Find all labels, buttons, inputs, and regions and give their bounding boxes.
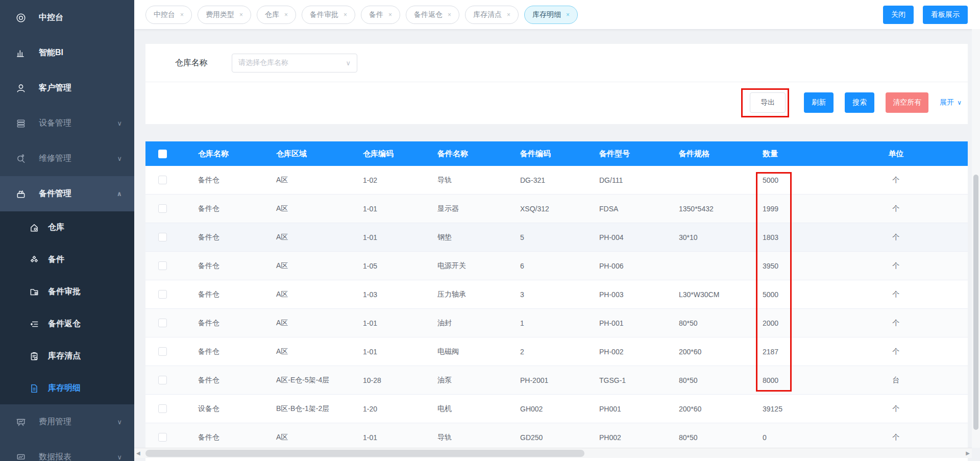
row-checkbox[interactable] (158, 261, 167, 270)
cell-part-name: 电源开关 (419, 261, 501, 271)
horizontal-scrollbar[interactable]: ◀ ▶ (134, 448, 972, 458)
tab-chip[interactable]: 备件× (361, 6, 400, 24)
refresh-button[interactable]: 刷新 (804, 92, 834, 113)
cell-part-code: DG-321 (501, 176, 580, 184)
row-checkbox[interactable] (158, 404, 167, 413)
sidebar-item-device-mgmt[interactable]: 设备管理∨ (0, 106, 134, 141)
row-checkbox[interactable] (158, 233, 167, 241)
sidebar-item-label: 备件返仓 (48, 319, 81, 329)
sidebar-item-parts-approval[interactable]: 备件审批 (0, 276, 134, 308)
cell-part-code: 3 (501, 290, 580, 299)
sidebar-item-fee-mgmt[interactable]: 费用管理∨ (0, 404, 134, 440)
cell-unit: 个 (824, 261, 968, 271)
vertical-scrollbar[interactable] (972, 29, 980, 448)
table-row[interactable]: 备件仓A区1-01电磁阀2PH-002200*602187个 (145, 337, 968, 366)
sidebar-item-warehouse[interactable]: 仓库 (0, 211, 134, 244)
cell-warehouse-name: 备件仓 (179, 347, 257, 356)
cell-unit: 个 (824, 204, 968, 213)
select-all-checkbox[interactable] (158, 150, 167, 158)
sidebar-item-spare-parts[interactable]: 备件 (0, 244, 134, 276)
table-header-row: 仓库名称 仓库区域 仓库编码 备件名称 备件编码 备件型号 备件规格 数量 单位 (145, 141, 968, 166)
col-part-code: 备件编码 (501, 149, 580, 159)
clipboard-check-icon (29, 351, 39, 361)
row-checkbox[interactable] (158, 290, 167, 299)
table-row[interactable]: 备件仓A区-E仓-5架-4层10-28油泵PH-2001TGSG-180*508… (145, 366, 968, 395)
sidebar-item-inventory-count[interactable]: 库存清点 (0, 340, 134, 372)
folder-icon (29, 287, 39, 297)
tab-label: 备件 (369, 10, 383, 19)
sidebar-item-spare-parts-mgmt[interactable]: 备件管理∧ (0, 176, 134, 211)
chevron-down-icon: ∨ (957, 99, 962, 106)
table-row[interactable]: 备件仓A区1-03压力轴承3PH-003L30*W30CM5000个 (145, 280, 968, 309)
scroll-right-arrow-icon[interactable]: ▶ (966, 451, 970, 456)
chevron-down-icon: ∨ (117, 418, 122, 426)
chevron-down-icon: ∨ (346, 59, 351, 67)
close-tab-icon[interactable]: × (344, 11, 347, 18)
table-row[interactable]: 备件仓A区1-02导轨DG-321DG/1115000个 (145, 166, 968, 195)
board-display-button[interactable]: 看板展示 (923, 6, 968, 24)
clear-all-button[interactable]: 清空所有 (886, 92, 928, 113)
sidebar-item-label: 智能BI (39, 47, 63, 58)
table-row[interactable]: 备件仓A区1-01显示器XSQ/312FDSA1350*54321999个 (145, 195, 968, 223)
close-tab-icon[interactable]: × (284, 11, 288, 18)
table-row[interactable]: 备件仓A区1-01钢垫5PH-00430*101803个 (145, 223, 968, 252)
sidebar-item-console[interactable]: 中控台 (0, 0, 134, 35)
cell-unit: 个 (824, 290, 968, 299)
row-checkbox[interactable] (158, 176, 167, 184)
cell-part-model: PH-004 (580, 233, 660, 241)
scroll-left-arrow-icon[interactable]: ◀ (136, 451, 140, 456)
tab-chip[interactable]: 备件返仓× (406, 6, 459, 24)
close-tab-icon[interactable]: × (180, 11, 184, 18)
tab-chip[interactable]: 仓库× (257, 6, 296, 24)
cell-part-code: XSQ/312 (501, 205, 580, 213)
close-tab-icon[interactable]: × (448, 11, 451, 18)
row-checkbox[interactable] (158, 433, 167, 442)
sidebar-item-customer-mgmt[interactable]: 客户管理 (0, 70, 134, 106)
row-checkbox[interactable] (158, 347, 167, 356)
cell-part-spec: 80*50 (660, 319, 744, 327)
search-button[interactable]: 搜索 (845, 92, 874, 113)
sidebar-item-parts-return[interactable]: 备件返仓 (0, 308, 134, 340)
sidebar-item-smart-bi[interactable]: 智能BI (0, 35, 134, 70)
sidebar-item-maintenance-mgmt[interactable]: 维修管理∨ (0, 141, 134, 176)
sidebar-item-label: 费用管理 (39, 417, 71, 427)
cell-part-code: GH002 (501, 405, 580, 413)
vertical-scrollbar-thumb[interactable] (973, 175, 978, 430)
cell-part-spec: L30*W30CM (660, 290, 744, 299)
sidebar-item-label: 备件审批 (48, 286, 81, 297)
cell-part-code: 5 (501, 233, 580, 241)
fee-board-icon (16, 417, 26, 427)
filter-row: 仓库名称 请选择仓库名称 ∨ (145, 44, 968, 82)
sidebar-item-inventory-detail[interactable]: 库存明细 (0, 372, 134, 404)
close-tab-icon[interactable]: × (507, 11, 510, 18)
close-tab-icon[interactable]: × (239, 11, 243, 18)
close-button[interactable]: 关闭 (883, 6, 914, 24)
cell-part-name: 钢垫 (419, 233, 501, 242)
close-tab-icon[interactable]: × (388, 11, 392, 18)
sidebar-item-data-report[interactable]: 数据报表∨ (0, 440, 134, 461)
cell-part-spec: 200*60 (660, 405, 744, 413)
row-checkbox[interactable] (158, 376, 167, 384)
horizontal-scrollbar-thumb[interactable] (145, 450, 584, 457)
cell-quantity: 0 (744, 433, 824, 442)
export-button[interactable]: 导出 (750, 92, 786, 113)
cell-warehouse-name: 备件仓 (179, 290, 257, 299)
tab-chip[interactable]: 库存清点× (465, 6, 519, 24)
row-checkbox[interactable] (158, 319, 167, 327)
cell-warehouse-area: B区-B仓-1架-2层 (257, 404, 344, 414)
tab-chip[interactable]: 备件审批× (302, 6, 355, 24)
cell-warehouse-area: A区 (257, 176, 344, 185)
close-tab-icon[interactable]: × (566, 11, 570, 18)
table-row[interactable]: 备件仓A区1-01油封1PH-00180*502000个 (145, 309, 968, 337)
warehouse-name-select[interactable]: 请选择仓库名称 ∨ (232, 54, 357, 72)
table-row[interactable]: 备件仓A区1-05电源开关6PH-0063950个 (145, 252, 968, 280)
tab-chip-active[interactable]: 库存明细× (524, 6, 578, 24)
tab-chip[interactable]: 费用类型× (198, 6, 251, 24)
sidebar-item-label: 维修管理 (39, 153, 71, 164)
table-row[interactable]: 设备仓B区-B仓-1架-2层1-20电机GH002PH001200*603912… (145, 395, 968, 423)
row-checkbox[interactable] (158, 204, 167, 213)
cell-part-model: PH-003 (580, 290, 660, 299)
tab-chip[interactable]: 中控台× (145, 6, 192, 24)
expand-link[interactable]: 展开 ∨ (940, 92, 962, 113)
chevron-down-icon: ∨ (117, 119, 122, 127)
